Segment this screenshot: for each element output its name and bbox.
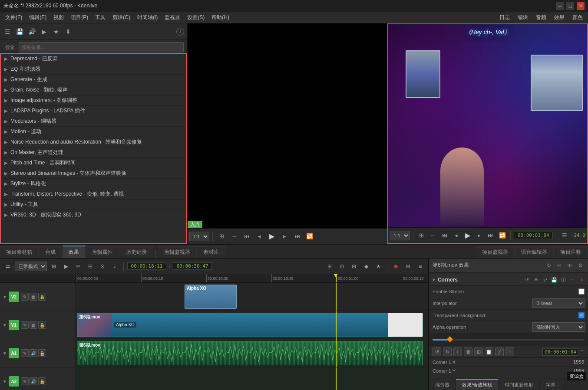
tab-materials-lib[interactable]: 素材库 (197, 246, 225, 258)
effect-item-noise-reduction[interactable]: ▶ Noise Reduction and audio Restoration … (1, 137, 186, 147)
tl-ungroup-btn[interactable]: ⊡ (337, 261, 347, 272)
eh-info-icon[interactable]: ⓘ (559, 276, 567, 284)
left-transport-btn1[interactable]: ↔ (228, 231, 240, 242)
effect-item-grain[interactable]: ▶ Grain, Noise - 颗粒, 噪声 (1, 85, 186, 95)
a1-lock-icon[interactable]: 🔒 (38, 349, 46, 357)
star-icon[interactable]: ★ (51, 27, 61, 36)
tl-star-btn[interactable]: ★ (373, 261, 383, 272)
left-play-btn[interactable]: ▶ (266, 231, 277, 242)
eh-eye-icon[interactable]: 👁 (532, 276, 540, 284)
tab-clip-props[interactable]: 剪辑属性 (86, 246, 119, 258)
menu-audio[interactable]: 音频 (532, 13, 550, 22)
enable-stretch-checkbox[interactable] (578, 288, 585, 295)
right-next-btn[interactable]: ⏭ (486, 230, 496, 241)
v1-lock-icon[interactable]: 🔒 (38, 321, 46, 329)
panel-eye-icon[interactable]: 👁 (565, 261, 574, 270)
effect-item-eq[interactable]: ▶ EQ 和过滤器 (1, 64, 186, 75)
clip-v2-alpha-xo[interactable]: Alpha XO (185, 285, 237, 309)
arrow-icon[interactable]: ▶ (39, 27, 49, 36)
panel-settings-icon[interactable]: ⚙ (576, 261, 585, 270)
v1-collapse-btn[interactable]: ▼ (3, 323, 7, 328)
a2-collapse-btn[interactable]: ▼ (3, 379, 7, 384)
right-transport-btn1[interactable]: ↔ (428, 230, 438, 241)
mode-select[interactable]: 正常模式 混合模式 (15, 262, 47, 271)
audio-icon[interactable]: 🔊 (27, 27, 36, 36)
left-step-back-btn[interactable]: ◂ (254, 231, 265, 242)
left-step-fwd-btn[interactable]: ▸ (279, 231, 290, 242)
kf-next-btn[interactable]: ↻ (443, 347, 452, 356)
kf-spinner[interactable]: ⌃ (580, 349, 585, 355)
tl-marker-btn[interactable]: ◆ (361, 261, 371, 272)
menu-monitor[interactable]: 监视器 (161, 13, 184, 22)
tl-vol-btn[interactable]: ♪ (109, 261, 120, 272)
info-icon[interactable]: i (176, 28, 184, 36)
kf-prev-btn[interactable]: ↺ (433, 347, 441, 356)
left-loop-btn[interactable]: 🔁 (304, 231, 315, 242)
tl-group-btn[interactable]: ⊞ (49, 261, 59, 272)
kf-copy-btn[interactable]: ⊞ (474, 347, 483, 356)
v2-film-icon[interactable]: ▦ (30, 293, 37, 301)
v2-lock-icon[interactable]: 🔒 (38, 293, 46, 301)
v2-edit-icon[interactable]: ✎ (21, 293, 29, 301)
effect-item-transform[interactable]: ▶ Transform, Distort, Perspective - 变形, … (1, 189, 186, 200)
tab-history[interactable]: 历史记录 (120, 246, 153, 258)
menu-effects[interactable]: 效果 (551, 13, 568, 22)
keyframe-diamond[interactable] (447, 336, 453, 342)
v2-collapse-btn[interactable]: ▼ (3, 295, 7, 299)
tl-record-btn[interactable]: ⏺ (391, 261, 401, 272)
tab-composite[interactable]: 合成 (39, 246, 62, 258)
kf-delete-btn[interactable]: 🗑 (464, 347, 472, 356)
tl-split-btn[interactable]: ⊟ (85, 261, 96, 272)
track-v2[interactable]: Alpha XO (76, 283, 428, 311)
clip-v1-main[interactable]: 第6期.mov Alpha XO (77, 313, 423, 337)
kf-linear-btn[interactable]: ╱ (495, 347, 504, 356)
menu-edit[interactable]: 编辑(E) (26, 13, 50, 22)
a1-audio-icon[interactable]: 🔊 (30, 349, 37, 357)
transparent-bg-checkbox[interactable]: ✓ (578, 312, 585, 318)
tab-clip-monitor[interactable]: 剪辑监视器 (158, 246, 197, 258)
menu-timeline[interactable]: 时间轴(I) (134, 13, 161, 22)
right-step-fwd-btn[interactable]: ▸ (474, 230, 485, 241)
menu-project[interactable]: 项目(P) (67, 13, 92, 22)
left-ratio-select[interactable]: 1:12:1 (189, 232, 209, 241)
btab-mixer[interactable]: 混音器 (429, 380, 456, 390)
right-fit-btn[interactable]: ⊞ (416, 230, 426, 241)
panel-split-icon[interactable]: ⊟ (555, 261, 564, 270)
effect-item-vr360[interactable]: ▶ VR360, 3D - 虚拟现实 360, 3D (1, 210, 186, 220)
effect-item-utility[interactable]: ▶ Utility - 工具 (1, 200, 186, 210)
effect-corners-header[interactable]: ▼ Corners ↺ 👁 ⇄ 💾 ⓘ ≡ ✕ (429, 274, 588, 286)
eh-compare-icon[interactable]: ⇄ (541, 276, 549, 284)
eh-reset-icon[interactable]: ↺ (523, 276, 531, 284)
tl-settings-btn[interactable]: ⊟ (403, 261, 413, 272)
menu-view[interactable]: 视图 (50, 13, 67, 22)
track-a1[interactable]: 第6期.mov (76, 339, 428, 367)
right-monitor[interactable]: 《Hey ch-, Val》 oh my baby don't stop me … (387, 23, 588, 244)
btab-effects-stack[interactable]: 效果/合成堆栈 (456, 379, 499, 390)
minimize-button[interactable]: ─ (556, 2, 564, 10)
menu-help[interactable]: 帮助(H) (208, 13, 233, 22)
kf-paste-btn[interactable]: 📋 (485, 347, 493, 356)
clip-a1-main[interactable]: 第6期.mov (77, 341, 423, 365)
save-icon[interactable]: 💾 (15, 27, 24, 36)
tl-group2-btn[interactable]: ⊞ (324, 261, 335, 272)
menu-settings[interactable]: 设置(S) (184, 13, 208, 22)
left-prev-btn[interactable]: ⏮ (241, 231, 252, 242)
track-v1[interactable]: 第6期.mov Alpha XO (76, 311, 428, 339)
v1-edit-icon[interactable]: ✎ (21, 321, 29, 329)
effect-item-generate[interactable]: ▶ Generate - 生成 (1, 75, 186, 85)
effect-item-pitch[interactable]: ▶ Pitch and Time - 音调和时间 (1, 158, 186, 168)
tab-voice-editor[interactable]: 语音编辑器 (515, 246, 554, 258)
tab-effects[interactable]: 效果 (63, 246, 86, 258)
tl-cut-btn[interactable]: ✂ (73, 261, 83, 272)
effect-item-on-master[interactable]: ▶ On Master, 主声道处理 (1, 147, 186, 158)
btab-retime[interactable]: 时间重新映射 (499, 380, 540, 390)
tl-extend-btn[interactable]: ⊠ (97, 261, 108, 272)
right-play-btn[interactable]: ▶ (462, 230, 473, 241)
alpha-op-select[interactable]: 清除时写入 写入 清除 (532, 322, 585, 332)
download-icon[interactable]: ⬇ (63, 27, 73, 36)
btab-subtitle[interactable]: 字幕 (540, 380, 562, 390)
tab-project-materials[interactable]: 项目素材箱 (0, 246, 39, 258)
tl-more-btn[interactable]: ≡ (415, 261, 426, 272)
menu-clip[interactable]: 剪辑(C) (109, 13, 134, 22)
a2-audio-icon[interactable]: 🔊 (30, 377, 37, 385)
